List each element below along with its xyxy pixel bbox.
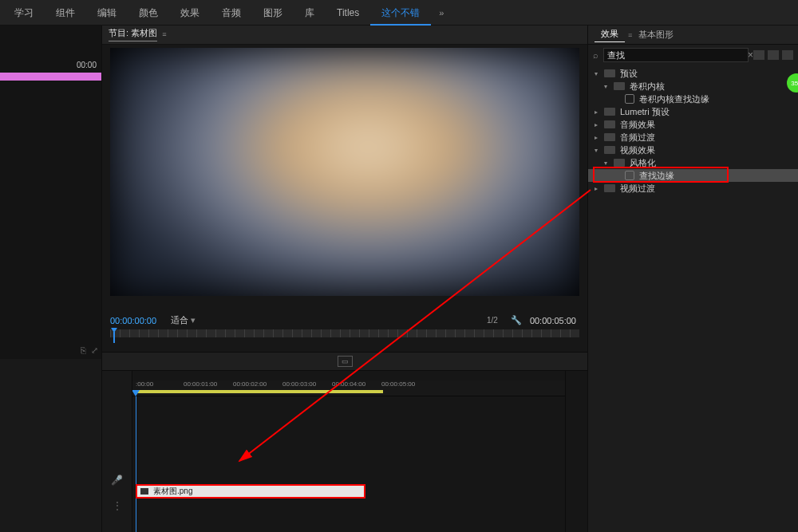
program-monitor-header: 节目: 素材图 ≡ xyxy=(102,26,587,45)
work-area-bar[interactable] xyxy=(136,390,383,393)
ruler-tick: 00:00:03:00 xyxy=(282,380,316,388)
tree-toggle-icon[interactable]: ▾ xyxy=(604,160,612,167)
track-options-icon[interactable]: ⋮ xyxy=(113,500,122,511)
program-scrubber[interactable] xyxy=(110,329,579,337)
tree-toggle-icon[interactable]: ▾ xyxy=(595,147,602,154)
zoom-fit-dropdown[interactable]: 适合 xyxy=(171,314,196,326)
folder-icon xyxy=(604,108,615,116)
effects-tree[interactable]: ▾预设▾卷积内核卷积内核查找边缘▸Lumetri 预设▸音频效果▸音频过渡▾视频… xyxy=(588,65,798,532)
audio-meter: -6 -12 -18 -24 -30 -36 -- xyxy=(565,371,587,532)
tree-item-label: 预设 xyxy=(620,68,638,80)
tree-item-label: 音频过渡 xyxy=(620,132,655,144)
tree-item[interactable]: ▸音频过渡 xyxy=(588,131,798,144)
folder-icon xyxy=(604,120,615,128)
source-panel: 00:00 ⎘ ⤢ xyxy=(0,26,102,532)
playback-resolution[interactable]: 1/2 xyxy=(487,316,498,325)
tab-overflow[interactable]: » xyxy=(431,8,452,18)
folder-icon xyxy=(604,184,615,192)
tree-toggle-icon[interactable]: ▾ xyxy=(604,83,612,90)
effect-preset-icon xyxy=(625,94,634,104)
source-tool-icon-1[interactable]: ⎘ xyxy=(81,345,86,356)
tree-item-label: 风格化 xyxy=(630,157,656,169)
program-playhead[interactable] xyxy=(111,328,117,333)
folder-icon xyxy=(604,133,615,141)
tree-item-label: 卷积内核查找边缘 xyxy=(639,93,709,105)
tree-item[interactable]: ▸视频过渡 xyxy=(588,182,798,195)
tree-item[interactable]: ▸音频效果 xyxy=(588,118,798,131)
tab-editing[interactable]: 编辑 xyxy=(86,0,128,26)
program-title: 节目: 素材图 xyxy=(109,27,157,41)
tree-item[interactable]: ▾预设 xyxy=(588,67,798,80)
effects-search-input[interactable] xyxy=(603,48,749,62)
clip-thumbnail-icon xyxy=(140,488,148,495)
tab-titles[interactable]: Titles xyxy=(326,0,370,26)
effect-preset-icon xyxy=(625,171,634,180)
tab-effects[interactable]: 效果 xyxy=(169,0,211,26)
tree-toggle-icon[interactable]: ▸ xyxy=(595,108,602,116)
tab-audio[interactable]: 音频 xyxy=(211,0,252,26)
tree-item-label: 查找边缘 xyxy=(639,170,674,182)
program-monitor: 00:00:00:00 适合 1/2 🔧 00:00:05:00 xyxy=(102,45,587,353)
workspace-tab-bar: 学习 组件 编辑 颜色 效果 音频 图形 库 Titles 这个不错 » xyxy=(0,0,798,26)
settings-wrench-icon[interactable]: 🔧 xyxy=(511,315,522,325)
tab-graphics[interactable]: 图形 xyxy=(252,0,294,26)
tree-item[interactable]: ▸Lumetri 预设 xyxy=(588,105,798,118)
ruler-tick: 00:00:04:00 xyxy=(332,380,365,388)
timeline-ruler[interactable]: :00:00 00:00:01:00 00:00:02:00 00:00:03:… xyxy=(132,380,565,396)
voiceover-icon[interactable]: 🎤 xyxy=(111,475,123,486)
video-clip[interactable]: 素材图.png xyxy=(136,484,365,499)
folder-icon xyxy=(614,82,625,90)
clip-label: 素材图.png xyxy=(153,486,192,497)
program-menu-icon[interactable]: ≡ xyxy=(162,30,166,38)
tab-learn[interactable]: 学习 xyxy=(3,0,45,26)
clear-search-icon[interactable]: × xyxy=(748,49,753,61)
current-timecode[interactable]: 00:00:00:00 xyxy=(110,316,156,325)
essential-graphics-tab[interactable]: 基本图形 xyxy=(632,29,680,41)
tree-item[interactable]: 查找边缘 xyxy=(588,169,798,182)
tree-toggle-icon[interactable]: ▸ xyxy=(595,185,602,192)
folder-icon xyxy=(614,159,625,167)
timeline-panel: 🎤 ⋮ :00:00 00:00:01:00 00:00:02:00 00:00… xyxy=(102,371,587,532)
tree-item-label: 视频过渡 xyxy=(620,183,655,195)
tree-item-label: 音频效果 xyxy=(620,119,655,131)
tree-item-label: 卷积内核 xyxy=(630,81,665,93)
ruler-tick: 00:00:05:00 xyxy=(381,380,415,388)
tab-assembly[interactable]: 组件 xyxy=(45,0,86,26)
source-tool-icon-2[interactable]: ⤢ xyxy=(91,345,98,356)
tree-item[interactable]: ▾卷积内核 xyxy=(588,80,798,93)
tab-custom[interactable]: 这个不错 xyxy=(370,0,431,26)
timeline-track-header: 🎤 ⋮ xyxy=(102,371,132,532)
duration-timecode: 00:00:05:00 xyxy=(530,316,576,325)
tree-toggle-icon[interactable]: ▸ xyxy=(595,121,602,128)
ruler-tick: :00:00 xyxy=(136,380,153,388)
effects-tab[interactable]: 效果 xyxy=(595,28,625,42)
effects-panel: 效果 ≡ 基本图形 ⌕ × ▾预设▾卷积内核卷积内核查找边缘▸Lumetri 预… xyxy=(587,26,798,532)
ruler-tick: 00:00:01:00 xyxy=(184,380,217,388)
timeline-playhead[interactable] xyxy=(136,396,136,532)
tree-toggle-icon[interactable]: ▾ xyxy=(595,70,602,77)
tree-item[interactable]: 卷积内核查找边缘 xyxy=(588,93,798,105)
search-icon: ⌕ xyxy=(593,50,598,60)
accelerated-badge-icon[interactable] xyxy=(753,50,764,60)
button-editor-icon[interactable]: ▭ xyxy=(338,356,353,367)
ruler-tick: 00:00:02:00 xyxy=(233,380,267,388)
folder-icon xyxy=(604,69,615,77)
button-editor-row: ▭ xyxy=(102,352,587,371)
preview-viewport[interactable] xyxy=(110,48,579,297)
yuv-badge-icon[interactable] xyxy=(782,50,793,60)
tree-item-label: 视频效果 xyxy=(620,144,655,156)
folder-icon xyxy=(604,146,615,154)
tab-color[interactable]: 颜色 xyxy=(128,0,169,26)
source-clip-bar[interactable] xyxy=(0,73,101,81)
tree-item[interactable]: ▾视频效果 xyxy=(588,144,798,156)
tree-item-label: Lumetri 预设 xyxy=(620,106,670,118)
tab-library[interactable]: 库 xyxy=(294,0,326,26)
32bit-badge-icon[interactable] xyxy=(768,50,779,60)
tree-item[interactable]: ▾风格化 xyxy=(588,156,798,169)
tree-toggle-icon[interactable]: ▸ xyxy=(595,134,602,141)
timeline-tracks[interactable]: 素材图.png xyxy=(132,396,565,532)
source-timecode-label: 00:00 xyxy=(77,61,97,69)
